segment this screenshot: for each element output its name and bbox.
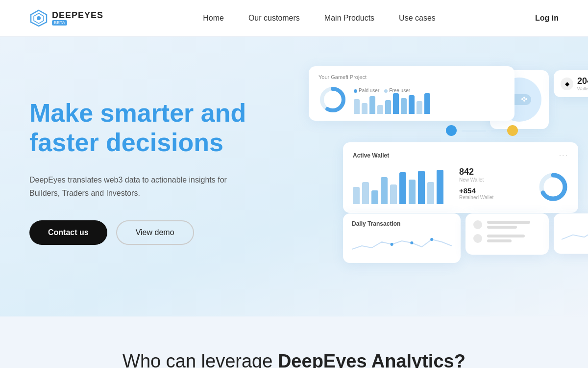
active-wallet-header: Active Wallet ··· xyxy=(353,151,568,160)
dot-blue xyxy=(446,125,457,136)
svg-point-14 xyxy=(391,243,393,246)
gamefi-card: Your Gamefi Project Paid user Free user xyxy=(309,66,514,121)
retained-wallet-change: +854 xyxy=(459,186,493,195)
active-wallet-bars xyxy=(353,170,443,204)
logo[interactable]: DEEPEYES BETA xyxy=(29,9,103,27)
hero-description: DeepEyes translates web3 data to actiona… xyxy=(29,173,235,200)
hero-left: Make smarter and faster decisions DeepEy… xyxy=(29,99,284,245)
nav-home[interactable]: Home xyxy=(203,14,224,22)
hero-title: Make smarter and faster decisions xyxy=(29,99,284,158)
new-wallet-num: 842 xyxy=(459,167,493,177)
sparkline-right-card xyxy=(554,213,588,254)
dot-yellow xyxy=(507,125,518,136)
contact-us-button[interactable]: Contact us xyxy=(29,220,107,245)
daily-transaction-card: Daily Transaction xyxy=(343,213,461,263)
metric-lines-1 xyxy=(487,221,541,229)
svg-point-9 xyxy=(525,98,527,100)
login-button[interactable]: Log in xyxy=(535,14,559,23)
navbar: DEEPEYES BETA Home Our customers Main Pr… xyxy=(0,0,588,37)
nav-our-customers[interactable]: Our customers xyxy=(248,14,300,22)
line-decor-2 xyxy=(491,131,506,131)
svg-point-10 xyxy=(521,98,523,100)
metric-circle-1 xyxy=(473,220,482,229)
svg-point-11 xyxy=(523,100,525,102)
mini-metrics-card xyxy=(466,213,549,255)
gamefi-bars xyxy=(354,93,505,114)
metric-circle-2 xyxy=(473,234,482,243)
svg-point-8 xyxy=(523,97,525,99)
wallet-stats: 842 New Wallet +854 Retained Wallet xyxy=(459,167,493,204)
metric-lines-2 xyxy=(487,235,541,242)
gamefi-title: Your Gamefi Project xyxy=(318,74,505,80)
wallets-card: ◆ 2043 Wallets connected xyxy=(554,70,588,97)
active-wallet-title: Active Wallet xyxy=(353,152,389,159)
active-wallet-card: Active Wallet ··· 842 xyxy=(343,142,578,213)
active-wallet-body: 842 New Wallet +854 Retained Wallet xyxy=(353,167,568,204)
line-decor-1 xyxy=(462,131,486,131)
aw-donut xyxy=(538,172,568,204)
wallets-label: Wallets connected xyxy=(577,86,588,91)
eth-icon: ◆ xyxy=(561,78,573,90)
logo-icon xyxy=(29,9,48,27)
daily-transaction-title: Daily Transaction xyxy=(352,220,452,227)
metric-row-2 xyxy=(473,234,541,243)
hero-section: Make smarter and faster decisions DeepEy… xyxy=(0,37,588,316)
sparkline-right xyxy=(562,220,588,245)
view-demo-button[interactable]: View demo xyxy=(116,220,194,245)
hero-buttons: Contact us View demo xyxy=(29,220,284,245)
gamefi-donut xyxy=(318,85,347,114)
svg-point-16 xyxy=(430,238,433,241)
active-wallet-menu: ··· xyxy=(559,151,568,160)
daily-sparkline xyxy=(352,232,452,254)
wallets-info: 2043 Wallets connected xyxy=(577,76,588,91)
dashboard-mockup: Your Gamefi Project Paid user Free user xyxy=(304,66,559,277)
wallets-number: 2043 xyxy=(577,76,588,86)
metric-row-1 xyxy=(473,220,541,229)
section2-title: Who can leverage DeepEyes Analytics? xyxy=(29,351,559,368)
svg-point-2 xyxy=(37,16,41,20)
section2: Who can leverage DeepEyes Analytics? Unl… xyxy=(0,316,588,368)
nav-main-products[interactable]: Main Products xyxy=(324,14,374,22)
logo-name: DEEPEYES xyxy=(52,11,103,20)
nav-links: Home Our customers Main Products Use cas… xyxy=(203,14,436,23)
beta-badge: BETA xyxy=(52,20,67,26)
nav-use-cases[interactable]: Use cases xyxy=(399,14,436,22)
new-wallet-label: New Wallet xyxy=(459,177,493,183)
logo-text: DEEPEYES BETA xyxy=(52,11,103,26)
retained-wallet-label: Retained Wallet xyxy=(459,195,493,200)
svg-point-15 xyxy=(410,241,413,244)
gamefi-legend: Paid user Free user xyxy=(354,88,505,93)
